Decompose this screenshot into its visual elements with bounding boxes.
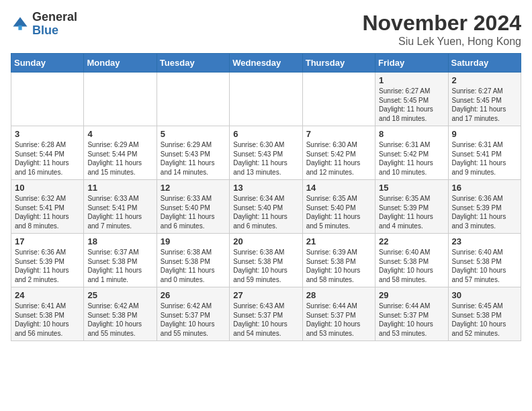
day-number: 16: [452, 183, 517, 193]
day-info: Daylight: 11 hours and 3 minutes.: [452, 212, 517, 230]
calendar-cell: 14Sunrise: 6:35 AMSunset: 5:40 PMDayligh…: [302, 180, 375, 234]
calendar-title: November 2024: [362, 11, 521, 36]
day-number: 22: [379, 236, 444, 246]
day-info: Sunrise: 6:28 AM: [15, 140, 80, 150]
calendar-week-3: 10Sunrise: 6:32 AMSunset: 5:41 PMDayligh…: [11, 180, 521, 234]
day-info: Sunset: 5:38 PM: [87, 311, 152, 320]
day-number: 15: [379, 183, 444, 193]
day-info: Sunset: 5:39 PM: [379, 203, 444, 213]
day-info: Sunset: 5:44 PM: [15, 150, 80, 159]
day-number: 7: [306, 129, 371, 139]
day-info: Sunrise: 6:44 AM: [379, 302, 444, 311]
calendar-cell: 15Sunrise: 6:35 AMSunset: 5:39 PMDayligh…: [375, 180, 448, 234]
day-info: Sunset: 5:37 PM: [161, 311, 226, 320]
calendar-cell: 28Sunrise: 6:44 AMSunset: 5:37 PMDayligh…: [302, 287, 375, 341]
calendar-week-2: 3Sunrise: 6:28 AMSunset: 5:44 PMDaylight…: [11, 126, 521, 180]
day-info: Sunset: 5:41 PM: [452, 150, 517, 159]
day-number: 20: [233, 236, 298, 246]
day-info: Sunset: 5:42 PM: [379, 150, 444, 159]
calendar-cell: [157, 73, 229, 126]
day-info: Sunset: 5:38 PM: [452, 257, 517, 267]
column-header-sunday: Sunday: [11, 54, 84, 73]
day-info: Sunset: 5:45 PM: [452, 96, 517, 105]
day-info: Sunrise: 6:31 AM: [452, 140, 517, 150]
calendar-body: 1Sunrise: 6:27 AMSunset: 5:45 PMDaylight…: [11, 73, 521, 341]
day-info: Sunset: 5:37 PM: [233, 311, 298, 320]
day-number: 30: [452, 290, 517, 300]
calendar-cell: [84, 73, 157, 126]
calendar-cell: 5Sunrise: 6:29 AMSunset: 5:43 PMDaylight…: [157, 126, 229, 180]
day-number: 12: [161, 183, 226, 193]
day-info: Daylight: 11 hours and 6 minutes.: [233, 212, 298, 230]
calendar-cell: 20Sunrise: 6:38 AMSunset: 5:38 PMDayligh…: [230, 234, 302, 287]
calendar-cell: 25Sunrise: 6:42 AMSunset: 5:38 PMDayligh…: [84, 287, 157, 341]
calendar-subtitle: Siu Lek Yuen, Hong Kong: [362, 36, 521, 48]
day-info: Sunrise: 6:45 AM: [452, 302, 517, 311]
day-number: 1: [379, 75, 444, 85]
day-info: Sunrise: 6:30 AM: [233, 140, 298, 150]
calendar-cell: 8Sunrise: 6:31 AMSunset: 5:42 PMDaylight…: [375, 126, 448, 180]
day-info: Sunrise: 6:27 AM: [379, 87, 444, 96]
calendar-cell: 6Sunrise: 6:30 AMSunset: 5:43 PMDaylight…: [230, 126, 302, 180]
calendar-cell: 10Sunrise: 6:32 AMSunset: 5:41 PMDayligh…: [11, 180, 84, 234]
day-info: Sunset: 5:39 PM: [15, 257, 80, 267]
calendar-cell: 18Sunrise: 6:37 AMSunset: 5:38 PMDayligh…: [84, 234, 157, 287]
day-number: 24: [15, 290, 80, 300]
day-number: 19: [161, 236, 226, 246]
calendar-cell: [230, 73, 302, 126]
day-info: Sunrise: 6:35 AM: [306, 194, 371, 203]
day-info: Sunset: 5:38 PM: [306, 257, 371, 267]
column-header-tuesday: Tuesday: [157, 54, 229, 73]
calendar-cell: 21Sunrise: 6:39 AMSunset: 5:38 PMDayligh…: [302, 234, 375, 287]
column-header-saturday: Saturday: [448, 54, 521, 73]
calendar-week-1: 1Sunrise: 6:27 AMSunset: 5:45 PMDaylight…: [11, 73, 521, 126]
page-header: General Blue November 2024 Siu Lek Yuen,…: [11, 11, 521, 48]
calendar-cell: 12Sunrise: 6:33 AMSunset: 5:40 PMDayligh…: [157, 180, 229, 234]
day-info: Daylight: 10 hours and 59 minutes.: [233, 266, 298, 284]
logo-icon: [11, 15, 30, 34]
day-info: Sunset: 5:41 PM: [87, 203, 152, 213]
day-info: Sunset: 5:38 PM: [161, 257, 226, 267]
column-header-thursday: Thursday: [302, 54, 375, 73]
column-header-friday: Friday: [375, 54, 448, 73]
calendar-cell: 13Sunrise: 6:34 AMSunset: 5:40 PMDayligh…: [230, 180, 302, 234]
calendar-cell: 29Sunrise: 6:44 AMSunset: 5:37 PMDayligh…: [375, 287, 448, 341]
day-number: 21: [306, 236, 371, 246]
day-info: Sunset: 5:37 PM: [306, 311, 371, 320]
calendar-cell: 26Sunrise: 6:42 AMSunset: 5:37 PMDayligh…: [157, 287, 229, 341]
day-number: 9: [452, 129, 517, 139]
day-info: Sunset: 5:38 PM: [87, 257, 152, 267]
day-number: 11: [87, 183, 152, 193]
day-info: Daylight: 10 hours and 58 minutes.: [379, 266, 444, 284]
day-number: 4: [87, 129, 152, 139]
day-info: Daylight: 11 hours and 15 minutes.: [87, 158, 152, 177]
day-info: Daylight: 10 hours and 53 minutes.: [379, 320, 444, 338]
day-info: Daylight: 10 hours and 57 minutes.: [452, 266, 517, 284]
day-info: Sunset: 5:44 PM: [87, 150, 152, 159]
day-info: Sunrise: 6:35 AM: [379, 194, 444, 203]
day-info: Daylight: 11 hours and 14 minutes.: [161, 158, 226, 177]
day-info: Sunrise: 6:33 AM: [161, 194, 226, 203]
day-info: Daylight: 11 hours and 8 minutes.: [15, 212, 80, 230]
day-info: Sunset: 5:39 PM: [452, 203, 517, 213]
day-number: 18: [87, 236, 152, 246]
title-block: November 2024 Siu Lek Yuen, Hong Kong: [362, 11, 521, 48]
day-info: Sunset: 5:40 PM: [306, 203, 371, 213]
calendar-cell: 23Sunrise: 6:40 AMSunset: 5:38 PMDayligh…: [448, 234, 521, 287]
calendar-cell: 17Sunrise: 6:36 AMSunset: 5:39 PMDayligh…: [11, 234, 84, 287]
day-number: 26: [161, 290, 226, 300]
calendar-cell: [302, 73, 375, 126]
day-info: Daylight: 11 hours and 4 minutes.: [379, 212, 444, 230]
day-number: 8: [379, 129, 444, 139]
day-info: Sunrise: 6:32 AM: [15, 194, 80, 203]
day-info: Sunset: 5:38 PM: [15, 311, 80, 320]
day-info: Daylight: 11 hours and 1 minute.: [87, 266, 152, 284]
calendar-header-row: SundayMondayTuesdayWednesdayThursdayFrid…: [11, 54, 521, 73]
day-number: 29: [379, 290, 444, 300]
calendar-cell: 30Sunrise: 6:45 AMSunset: 5:38 PMDayligh…: [448, 287, 521, 341]
day-info: Daylight: 11 hours and 16 minutes.: [15, 158, 80, 177]
calendar-cell: 22Sunrise: 6:40 AMSunset: 5:38 PMDayligh…: [375, 234, 448, 287]
day-info: Sunrise: 6:41 AM: [15, 302, 80, 311]
day-info: Sunset: 5:40 PM: [161, 203, 226, 213]
calendar-cell: 16Sunrise: 6:36 AMSunset: 5:39 PMDayligh…: [448, 180, 521, 234]
